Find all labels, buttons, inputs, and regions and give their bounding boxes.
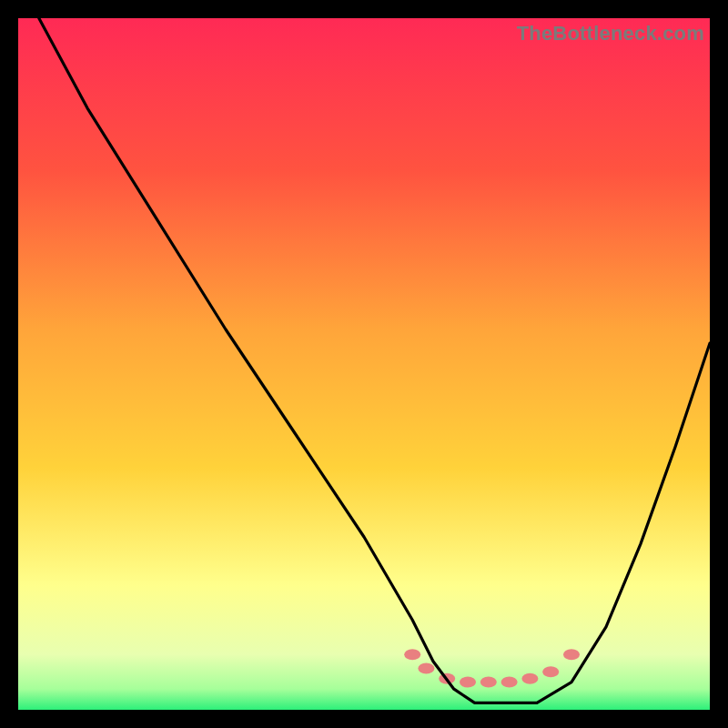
- optimal-marker: [480, 677, 497, 688]
- optimal-marker: [542, 666, 559, 677]
- chart-frame: TheBottleneck.com: [18, 18, 710, 710]
- optimal-marker: [418, 662, 434, 673]
- optimal-marker: [521, 673, 538, 684]
- optimal-marker: [404, 649, 420, 660]
- optimal-marker: [460, 677, 476, 688]
- watermark-text: TheBottleneck.com: [517, 22, 704, 46]
- optimal-marker: [563, 649, 580, 660]
- optimal-marker: [501, 677, 518, 688]
- gradient-bg: [18, 18, 710, 710]
- chart-plot: [18, 18, 710, 710]
